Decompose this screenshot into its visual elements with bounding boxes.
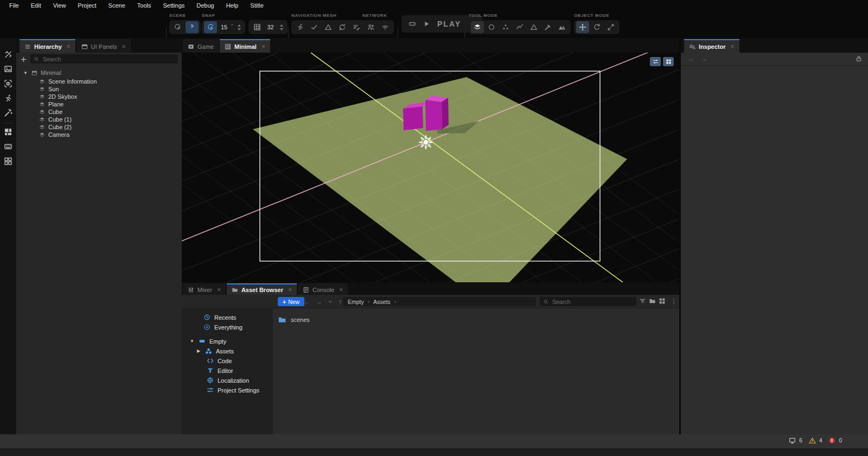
tool-layers-button[interactable] xyxy=(471,21,484,33)
menu-file[interactable]: File xyxy=(3,0,25,11)
tree-item-sun[interactable]: Sun xyxy=(39,85,59,93)
sidebar-item-assets[interactable]: ▶ Assets xyxy=(196,347,234,355)
tools-strip-button[interactable] xyxy=(4,50,12,59)
sidebar-item-everything[interactable]: Everything xyxy=(203,323,242,331)
tree-item-scene-information[interactable]: Scene Information xyxy=(39,78,97,85)
navmesh-settings-button[interactable] xyxy=(350,21,363,33)
filter-button[interactable] xyxy=(639,297,648,306)
sun-gizmo[interactable] xyxy=(419,136,432,149)
navmesh-show-button[interactable] xyxy=(322,21,335,33)
show-folders-button[interactable] xyxy=(649,297,658,306)
viewport-layout-button[interactable] xyxy=(663,57,674,66)
tool-scatter-button[interactable] xyxy=(499,21,512,33)
inspector-forward-button[interactable]: → xyxy=(701,55,708,63)
folder-scenes[interactable]: scenes xyxy=(278,315,310,324)
tab-minimal[interactable]: Minimal × xyxy=(220,39,270,53)
grid-snap-button[interactable] xyxy=(251,21,264,33)
menu-tools[interactable]: Tools xyxy=(131,0,157,11)
grid-snap-stepper[interactable] xyxy=(278,24,285,30)
hierarchy-search[interactable] xyxy=(30,54,178,64)
asset-search-input[interactable] xyxy=(551,298,633,306)
scale-tool-button[interactable] xyxy=(604,21,617,33)
tab-mixer[interactable]: Mixer × xyxy=(183,283,226,295)
tree-item-cube[interactable]: Cube xyxy=(39,108,62,116)
caret-down-icon[interactable]: ▼ xyxy=(23,71,28,75)
breadcrumb-assets[interactable]: Assets xyxy=(373,299,391,305)
move-tool-button[interactable] xyxy=(576,21,589,33)
sidebar-item-editor[interactable]: Editor xyxy=(207,366,233,375)
close-icon[interactable]: × xyxy=(339,286,343,294)
menu-debug[interactable]: Debug xyxy=(190,0,220,11)
navmesh-rebuild-button[interactable] xyxy=(336,21,349,33)
rotation-snap-button[interactable] xyxy=(204,21,217,33)
tool-hammer-button[interactable] xyxy=(541,21,554,33)
close-icon[interactable]: × xyxy=(217,286,221,294)
menu-help[interactable]: Help xyxy=(220,0,245,11)
dashboard-strip-button[interactable] xyxy=(4,128,12,136)
multiplayer-button[interactable] xyxy=(365,21,378,33)
tree-item-plane[interactable]: Plane xyxy=(39,100,63,108)
network-status-button[interactable] xyxy=(379,21,392,33)
tab-console[interactable]: Console × xyxy=(298,283,348,295)
tree-item-2d-skybox[interactable]: 2D Skybox xyxy=(39,93,77,100)
keyboard-strip-button[interactable] xyxy=(4,142,12,151)
character-strip-button[interactable] xyxy=(4,94,12,103)
menu-view[interactable]: View xyxy=(47,0,72,11)
game-view-button[interactable] xyxy=(406,18,419,30)
up-button[interactable]: ↑ xyxy=(339,298,342,306)
add-object-button[interactable] xyxy=(19,55,28,64)
tree-item-cube-1[interactable]: Cube (1) xyxy=(39,116,72,123)
close-icon[interactable]: × xyxy=(261,43,265,50)
close-icon[interactable]: × xyxy=(67,43,71,50)
apps-strip-button[interactable] xyxy=(4,157,12,166)
play-label[interactable]: PLAY xyxy=(434,20,464,28)
touch-select-button[interactable] xyxy=(186,21,199,33)
close-icon[interactable]: × xyxy=(731,43,735,50)
tool-terrain-button[interactable] xyxy=(556,21,569,33)
tool-circle-button[interactable] xyxy=(485,21,498,33)
sidebar-item-localization[interactable]: Localization xyxy=(207,376,249,384)
tree-item-camera[interactable]: Camera xyxy=(39,131,69,138)
tool-polyline-button[interactable] xyxy=(513,21,526,33)
tree-item-cube-2[interactable]: Cube (2) xyxy=(39,123,72,131)
sidebar-item-empty[interactable]: ▼ Empty xyxy=(189,337,226,345)
scene-viewport[interactable] xyxy=(182,53,679,282)
tab-game[interactable]: Game xyxy=(183,39,219,53)
wand-strip-button[interactable] xyxy=(4,109,12,117)
menu-settings[interactable]: Settings xyxy=(157,0,191,11)
asset-search[interactable] xyxy=(540,297,636,306)
back-button[interactable]: ← xyxy=(304,298,310,306)
forward-button[interactable]: → xyxy=(316,298,322,306)
navmesh-agent-button[interactable] xyxy=(293,21,307,33)
sidebar-item-recents[interactable]: Recents xyxy=(203,313,236,321)
menu-scene[interactable]: Scene xyxy=(103,0,131,11)
tab-ui-panels[interactable]: UI Panels × xyxy=(76,39,131,53)
world-button[interactable] xyxy=(171,21,184,33)
grid-snap-value[interactable]: 32 xyxy=(265,24,277,30)
image-strip-button[interactable] xyxy=(4,65,12,73)
more-options-button[interactable]: ⋮ xyxy=(669,297,678,306)
tab-asset-browser[interactable]: Asset Browser × xyxy=(227,283,297,295)
tool-mesh-button[interactable] xyxy=(527,21,540,33)
close-icon[interactable]: × xyxy=(122,43,125,50)
close-icon[interactable]: × xyxy=(288,286,292,294)
lock-icon[interactable] xyxy=(855,55,863,62)
sidebar-item-code[interactable]: Code xyxy=(207,357,232,365)
hierarchy-search-input[interactable] xyxy=(42,55,175,63)
tab-inspector[interactable]: Inspector × xyxy=(684,39,739,53)
caret-down-icon[interactable]: ▼ xyxy=(189,339,195,344)
navmesh-enable-button[interactable] xyxy=(308,21,321,33)
inspector-back-button[interactable]: ← xyxy=(687,55,694,63)
tree-root-row[interactable]: ▼ Minimal xyxy=(23,69,61,77)
play-button[interactable] xyxy=(420,18,433,30)
sidebar-item-project-settings[interactable]: Project Settings xyxy=(207,386,259,394)
viewport-settings-button[interactable] xyxy=(650,57,661,66)
tab-hierarchy[interactable]: Hierarchy × xyxy=(20,39,75,53)
menu-edit[interactable]: Edit xyxy=(25,0,47,11)
rotate-tool-button[interactable] xyxy=(590,21,603,33)
rotation-snap-stepper[interactable] xyxy=(235,24,243,30)
menu-stitle[interactable]: Stitle xyxy=(244,0,269,11)
object-scan-strip-button[interactable] xyxy=(4,79,12,88)
rotation-snap-value[interactable]: 15 xyxy=(218,24,230,30)
breadcrumb-empty[interactable]: Empty xyxy=(348,299,364,305)
